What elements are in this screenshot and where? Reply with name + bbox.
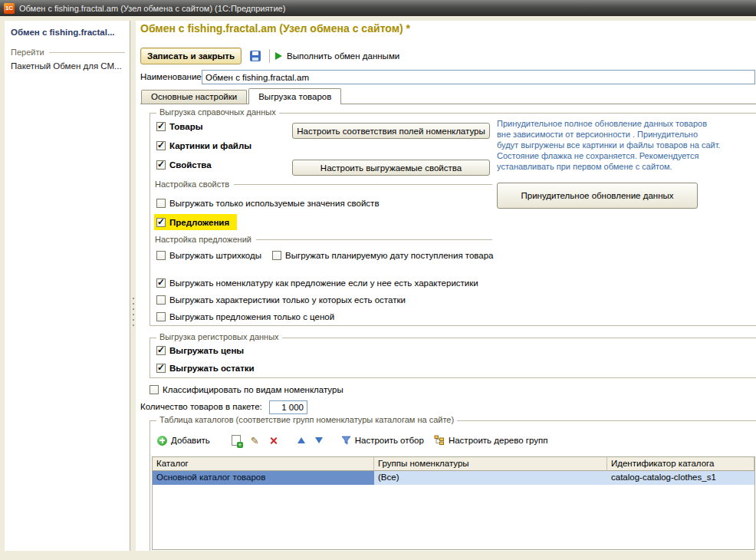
checkbox-export-stock-label: Выгружать остатки [169, 364, 255, 373]
configure-filter-button[interactable]: Настроить отбор [339, 433, 426, 448]
cell-nomenclature-groups[interactable]: (Все) [374, 471, 607, 485]
configure-group-tree-label: Настроить дерево групп [449, 436, 548, 445]
delete-icon [269, 436, 278, 445]
edit-row-button[interactable]: ✎ [248, 434, 261, 447]
checkbox-properties-box [156, 160, 166, 170]
checkbox-export-stock[interactable]: Выгружать остатки [156, 361, 255, 374]
cell-catalog-id[interactable]: catalog-catalog-clothes_s1 [607, 471, 754, 485]
column-header-nomenclature-groups[interactable]: Группы номенклатуры [374, 457, 607, 471]
sidebar-splitter[interactable] [130, 21, 136, 551]
checkbox-offers-box [156, 218, 166, 227]
sidebar-item-exchange[interactable]: Обмен с fishing.fractal... [9, 25, 125, 41]
group-reference-data: Выгрузка справочных данных Товары Картин… [150, 113, 756, 326]
save-icon [250, 51, 261, 61]
checkbox-arrival-date-label: Выгружать планируемую дату поступления т… [285, 251, 494, 260]
checkbox-goods[interactable]: Товары [156, 120, 202, 133]
checkbox-classify-by-types[interactable]: Классифицировать по видам номенклатуры [150, 383, 343, 396]
toolbar-separator [269, 49, 270, 63]
group-tree-icon [434, 435, 445, 446]
checkbox-barcodes-label: Выгружать штрихкоды [169, 251, 261, 260]
run-exchange-label: Выполнить обмен данными [287, 51, 399, 61]
separator-offers-settings: Настройка предложений [155, 235, 492, 244]
main-panel: Обмен с fishing.fractal.am (Узел обмена … [136, 21, 756, 551]
checkbox-characteristics-with-stock-label: Выгружать характеристики только у которы… [169, 295, 406, 305]
edit-pencil-icon: ✎ [251, 436, 259, 446]
checkbox-offers-label: Предложения [169, 218, 229, 227]
package-quantity-input[interactable] [269, 400, 307, 414]
window-title: Обмен с fishing.fractal.am (Узел обмена … [19, 4, 285, 13]
sidebar-item-batch-exchange[interactable]: Пакетный Обмен для СМ... [9, 57, 125, 75]
checkbox-nomenclature-as-offer[interactable]: Выгружать номенклатуру как предложение е… [156, 276, 478, 289]
checkbox-properties[interactable]: Свойства [156, 158, 212, 171]
move-up-icon [297, 437, 305, 443]
page-title: Обмен с fishing.fractal.am (Узел обмена … [140, 22, 410, 35]
table-row[interactable]: Основной каталог товаров (Все) catalog-c… [153, 471, 754, 485]
move-up-button[interactable] [295, 436, 307, 445]
separator-properties-settings-label: Настройка свойств [155, 180, 229, 189]
checkbox-nomenclature-as-offer-box [156, 278, 166, 288]
run-exchange-button[interactable]: Выполнить обмен данными [275, 51, 399, 61]
checkbox-barcodes-box [156, 251, 166, 260]
command-bar: Записать и закрыть Выполнить обмен данны… [140, 47, 399, 65]
play-icon [275, 52, 282, 60]
checkbox-images[interactable]: Картинки и файлы [156, 139, 251, 152]
checkbox-characteristics-with-stock[interactable]: Выгружать характеристики только у которы… [156, 293, 406, 306]
sidebar-section-goto: Перейти [9, 48, 125, 57]
checkbox-offers-with-price-label: Выгружать предложения только с ценой [169, 312, 334, 321]
catalog-table-toolbar: Добавить ✎ Настроить отбор [155, 432, 550, 449]
checkbox-offers-with-price[interactable]: Выгружать предложения только с ценой [156, 310, 334, 323]
name-label: Наименование: [140, 72, 204, 81]
checkbox-arrival-date[interactable]: Выгружать планируемую дату поступления т… [272, 249, 494, 262]
checkbox-characteristics-with-stock-box [156, 295, 166, 305]
tab-goods-upload[interactable]: Выгрузка товаров [248, 88, 341, 104]
move-down-button[interactable] [313, 436, 325, 445]
checkbox-offers-with-price-box [156, 312, 166, 321]
save-button[interactable] [247, 48, 264, 64]
tab-main-settings[interactable]: Основные настройки [141, 90, 247, 104]
window-titlebar[interactable]: 1С Обмен с fishing.fractal.am (Узел обме… [0, 0, 756, 16]
checkbox-images-label: Картинки и файлы [169, 141, 251, 150]
map-nomenclature-fields-button[interactable]: Настроить соответствия полей номенклатур… [292, 123, 490, 139]
column-header-catalog[interactable]: Каталог [153, 457, 374, 471]
filter-icon [341, 435, 351, 446]
separator-properties-settings: Настройка свойств [155, 180, 492, 189]
group-reference-data-legend: Выгрузка справочных данных [156, 107, 279, 117]
force-update-info-text: Принудительное полное обновление данных … [497, 118, 721, 172]
checkbox-used-property-values[interactable]: Выгружать только используемые значения с… [156, 196, 380, 209]
force-update-button[interactable]: Принудительное обновление данных [497, 183, 698, 209]
checkbox-used-property-values-label: Выгружать только используемые значения с… [169, 199, 380, 208]
add-row-button[interactable]: Добавить [155, 434, 212, 447]
name-input[interactable] [202, 70, 755, 84]
move-down-icon [315, 437, 323, 443]
checkbox-export-prices-label: Выгружать цены [169, 346, 244, 355]
checkbox-arrival-date-box [272, 251, 281, 260]
delete-row-button[interactable] [267, 435, 280, 446]
checkbox-export-prices-box [156, 346, 166, 355]
checkbox-used-property-values-box [156, 199, 166, 208]
copy-icon [232, 435, 241, 446]
group-catalog-table-legend: Таблица каталогов (соответствие групп но… [156, 415, 457, 424]
add-row-label: Добавить [171, 436, 210, 445]
copy-row-button[interactable] [229, 433, 243, 447]
group-register-data: Выгрузка регистровых данных Выгружать це… [150, 338, 756, 378]
save-and-close-button[interactable]: Записать и закрыть [140, 48, 242, 64]
checkbox-export-prices[interactable]: Выгружать цены [156, 344, 244, 357]
configure-filter-label: Настроить отбор [355, 436, 424, 445]
configure-exported-properties-button[interactable]: Настроить выгружаемые свойства [292, 160, 490, 176]
checkbox-nomenclature-as-offer-label: Выгружать номенклатуру как предложение е… [169, 278, 478, 288]
group-catalog-table: Таблица каталогов (соответствие групп но… [150, 420, 756, 551]
catalog-table: Каталог Группы номенклатуры Идентификато… [152, 456, 755, 550]
checkbox-properties-label: Свойства [169, 160, 212, 170]
checkbox-barcodes[interactable]: Выгружать штрихкоды [156, 249, 261, 262]
splitter-grip-icon [133, 298, 134, 330]
goto-label: Перейти [11, 48, 44, 57]
checkbox-classify-by-types-box [150, 385, 159, 394]
column-header-catalog-id[interactable]: Идентификатор каталога [607, 457, 754, 471]
sidebar: Обмен с fishing.fractal... Перейти Пакет… [5, 21, 130, 551]
configure-group-tree-button[interactable]: Настроить дерево групп [432, 433, 551, 448]
checkbox-export-stock-box [156, 364, 166, 373]
separator-offers-settings-label: Настройка предложений [155, 235, 251, 244]
add-icon [157, 436, 167, 446]
checkbox-offers[interactable]: Предложения [154, 214, 237, 230]
cell-catalog[interactable]: Основной каталог товаров [153, 471, 374, 485]
